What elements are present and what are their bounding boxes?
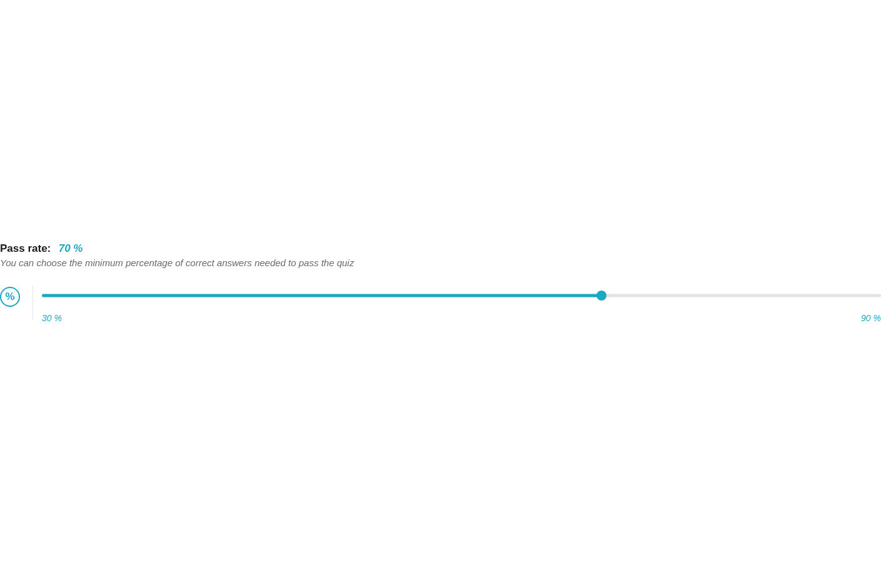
slider-fill [42, 294, 602, 297]
vertical-divider [33, 286, 33, 321]
slider-thumb[interactable] [597, 291, 607, 301]
pass-rate-value: 70 % [59, 242, 83, 254]
percent-icon: % [0, 287, 20, 307]
pass-rate-description: You can choose the minimum percentage of… [0, 257, 881, 268]
percent-icon-container: % [0, 286, 20, 307]
slider-min-label: 30 % [42, 313, 62, 323]
pass-rate-slider[interactable] [42, 291, 881, 301]
slider-max-label: 90 % [861, 313, 881, 323]
pass-rate-label: Pass rate: [0, 242, 51, 254]
